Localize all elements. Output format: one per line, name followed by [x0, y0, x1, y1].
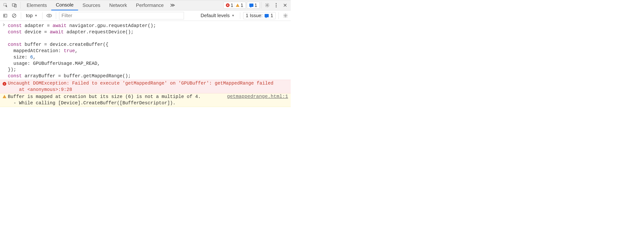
execution-context-select[interactable]: top ▼: [24, 13, 39, 18]
context-label: top: [26, 13, 32, 18]
live-expression-icon[interactable]: [46, 10, 53, 21]
tab-label: Elements: [27, 2, 47, 8]
tab-performance[interactable]: Performance: [132, 0, 168, 10]
chevron-down-icon: ▼: [34, 14, 38, 17]
console-output: const adapter = await navigator.gpu.requ…: [0, 21, 291, 107]
close-icon[interactable]: [281, 0, 290, 10]
svg-point-3: [266, 4, 268, 6]
tab-network[interactable]: Network: [105, 0, 131, 10]
warn-count: 1: [240, 2, 243, 8]
toggle-sidebar-icon[interactable]: [2, 10, 9, 21]
chevron-down-icon: ▼: [232, 14, 234, 17]
info-icon: [249, 4, 254, 7]
settings-icon[interactable]: [263, 0, 272, 10]
svg-point-10: [48, 15, 50, 16]
console-warning-row[interactable]: Buffer is mapped at creation but its siz…: [0, 93, 291, 107]
input-prompt-icon: [2, 23, 8, 26]
toggle-device-toolbar-icon[interactable]: [10, 0, 19, 10]
svg-point-4: [276, 3, 277, 4]
svg-rect-1: [12, 4, 15, 6]
warning-source-link[interactable]: getmappedrange.html:1: [225, 94, 288, 99]
issues-button[interactable]: 1 Issue: 1: [243, 12, 276, 19]
info-icon: [264, 14, 269, 17]
console-error-row[interactable]: ✕ Uncaught DOMException: Failed to execu…: [0, 80, 291, 94]
svg-point-5: [276, 5, 277, 6]
divider: [261, 2, 261, 8]
console-toolbar: top ▼ Default levels ▼ 1 Issue: 1: [0, 10, 291, 21]
console-input-code: const adapter = await navigator.gpu.requ…: [8, 23, 288, 79]
warning-icon: [236, 4, 240, 7]
more-tabs-button[interactable]: [168, 3, 177, 7]
divider: [21, 12, 21, 19]
console-input-row[interactable]: const adapter = await navigator.gpu.requ…: [0, 22, 291, 80]
divider: [42, 12, 42, 19]
levels-label: Default levels: [201, 13, 230, 18]
error-icon: ✕: [2, 80, 8, 86]
console-error-text: Uncaught DOMException: Failed to execute…: [8, 80, 288, 93]
divider: [278, 12, 279, 19]
message-counts: ✕ 1 1 1: [224, 2, 260, 8]
console-settings-icon[interactable]: [282, 10, 289, 21]
tab-label: Sources: [82, 2, 100, 8]
tab-elements[interactable]: Elements: [22, 0, 51, 10]
error-icon: ✕: [226, 3, 230, 7]
console-warning-text: Buffer is mapped at creation but its siz…: [8, 94, 225, 106]
divider: [240, 12, 240, 19]
error-count: 1: [231, 2, 233, 8]
clear-console-icon[interactable]: [10, 10, 18, 21]
tab-label: Performance: [136, 2, 164, 8]
issues-label: 1 Issue:: [246, 13, 262, 18]
info-badge[interactable]: 1: [247, 2, 260, 8]
warning-icon: [2, 94, 8, 100]
svg-point-6: [276, 6, 277, 8]
tab-console[interactable]: Console: [51, 0, 78, 10]
issues-count: 1: [270, 13, 273, 18]
tab-sources[interactable]: Sources: [78, 0, 105, 10]
panel-tabs: Elements Console Sources Network Perform…: [22, 0, 168, 10]
svg-point-11: [285, 15, 286, 16]
error-warn-badge[interactable]: ✕ 1 1: [224, 2, 246, 8]
svg-point-9: [47, 14, 52, 17]
divider: [20, 2, 21, 8]
info-count: 1: [254, 2, 257, 8]
tab-label: Network: [109, 2, 127, 8]
kebab-menu-icon[interactable]: [272, 0, 281, 10]
inspect-element-icon[interactable]: [1, 0, 10, 10]
devtools-topbar: Elements Console Sources Network Perform…: [0, 0, 291, 10]
filter-input[interactable]: [59, 12, 184, 19]
tab-label: Console: [56, 2, 74, 8]
log-levels-select[interactable]: Default levels ▼: [198, 13, 237, 18]
